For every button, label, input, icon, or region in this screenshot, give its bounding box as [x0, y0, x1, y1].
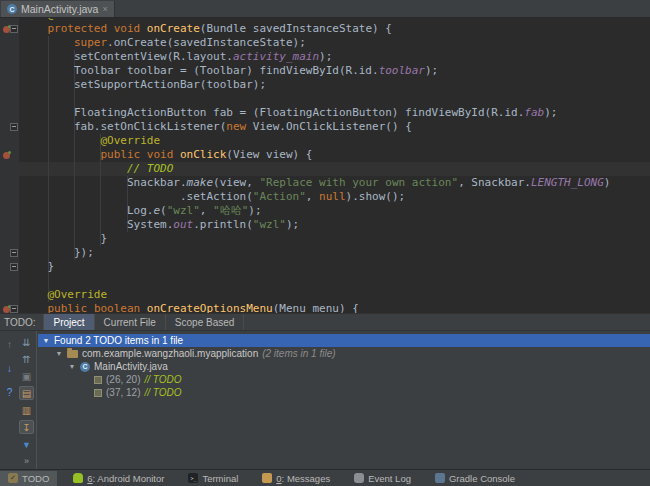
code-token: }); [21, 246, 94, 259]
statusbar-todo-toggle[interactable]: ✓ TODO [0, 471, 57, 486]
previous-todo-button[interactable]: ↑ [2, 337, 17, 351]
statusbar-terminal[interactable]: >_ Terminal [180, 471, 246, 486]
code-line[interactable]: Snackbar.make(view, "Replace with your o… [0, 176, 650, 190]
code-line[interactable] [0, 92, 650, 106]
override-marker-icon[interactable] [3, 306, 10, 313]
statusbar-android-monitor[interactable]: 6: Android Monitor [65, 471, 172, 486]
preview-source-button[interactable]: ▣ [19, 369, 34, 383]
tab-project[interactable]: Project [43, 314, 93, 330]
code-line[interactable]: } [0, 232, 650, 246]
code-line[interactable]: }); [0, 246, 650, 260]
more-options-button[interactable]: » [19, 454, 34, 468]
code-token: toolbar [379, 64, 425, 77]
code-token [140, 148, 147, 161]
code-line[interactable]: Log.e("wzl", "哈哈"); [0, 204, 650, 218]
code-token: ); [319, 50, 332, 63]
code-line[interactable]: @Override [0, 288, 650, 302]
fold-marker-icon[interactable] [10, 25, 18, 33]
code-line[interactable]: System.out.println("wzl"); [0, 218, 650, 232]
code-line[interactable]: } [0, 260, 650, 274]
code-token: (view, [213, 176, 259, 189]
code-line[interactable] [0, 274, 650, 288]
code-token: (Menu menu) { [273, 302, 359, 313]
tab-scope-based[interactable]: Scope Based [165, 314, 245, 330]
code-token: onCreateOptionsMenu [147, 302, 273, 313]
code-token: boolean [94, 302, 140, 313]
fold-marker-icon[interactable] [10, 263, 18, 271]
code-token: "Replace with your own action" [259, 176, 458, 189]
code-line[interactable]: @Override [0, 134, 650, 148]
todo-tree: ▼ Found 2 TODO items in 1 file ▼ com.exa… [38, 331, 650, 472]
fold-marker-icon[interactable] [10, 123, 18, 131]
code-token: (Bundle savedInstanceState) { [200, 22, 392, 35]
status-bar: ✓ TODO 6: Android Monitor >_ Terminal 0:… [0, 469, 650, 486]
code-token: } [21, 232, 107, 245]
code-line[interactable]: protected void onCreate(Bundle savedInst… [0, 22, 650, 36]
chevron-down-icon[interactable]: ▼ [42, 337, 50, 344]
collapse-all-button[interactable]: ⇈ [19, 352, 34, 366]
code-line[interactable]: public boolean onCreateOptionsMenu(Menu … [0, 302, 650, 313]
code-token [21, 134, 100, 147]
statusbar-item-label: Gradle Console [449, 473, 515, 484]
flatten-packages-button[interactable]: ▥ [19, 403, 34, 417]
todo-item-icon [94, 389, 102, 397]
code-token [21, 162, 127, 175]
code-line[interactable]: FloatingActionButton fab = (FloatingActi… [0, 106, 650, 120]
statusbar-messages[interactable]: 0: Messages [254, 471, 338, 486]
code-token [21, 148, 100, 161]
code-token: View.OnClickListener() { [246, 120, 412, 133]
fold-marker-icon[interactable] [10, 249, 18, 257]
code-line[interactable]: fab.setOnClickListener(new View.OnClickL… [0, 120, 650, 134]
tree-row-package[interactable]: ▼ com.example.wangzhaoli.myapplication (… [38, 347, 650, 360]
code-line[interactable]: public void onClick(View view) { [0, 148, 650, 162]
code-token: @Override [48, 288, 108, 301]
statusbar-gradle-console[interactable]: Gradle Console [427, 471, 523, 486]
code-token: out [173, 218, 193, 231]
code-line-caret[interactable]: // TODO [0, 162, 650, 176]
code-line[interactable]: setContentView(R.layout.activity_main); [0, 50, 650, 64]
code-token: super [74, 36, 107, 49]
chevron-down-icon[interactable]: ▼ [68, 363, 76, 370]
tree-row-todo-item[interactable]: (26, 20) // TODO [38, 373, 650, 386]
fold-marker-icon[interactable] [10, 305, 18, 313]
filter-todo-button[interactable]: ▼ [19, 438, 34, 452]
code-token: , Snackbar. [458, 176, 531, 189]
tree-row-file[interactable]: ▼ C MainActivity.java [38, 360, 650, 373]
editor-tab-mainactivity[interactable]: C MainActivity.java × [1, 1, 115, 17]
code-line[interactable]: setSupportActionBar(toolbar); [0, 78, 650, 92]
code-area[interactable]: @Override protected void onCreate(Bundle… [0, 18, 650, 313]
class-icon: C [7, 4, 17, 14]
code-token: make [187, 176, 214, 189]
override-marker-icon[interactable] [3, 26, 10, 33]
tree-row-found-summary[interactable]: ▼ Found 2 TODO items in 1 file [38, 334, 650, 347]
code-token: } [21, 260, 54, 273]
messages-icon [262, 473, 272, 483]
group-by-modules-button[interactable]: ▤ [19, 386, 34, 400]
code-token: activity_main [233, 50, 319, 63]
code-line[interactable]: super.onCreate(savedInstanceState); [0, 36, 650, 50]
code-token: "Action" [253, 190, 306, 203]
code-token: ) [604, 176, 611, 189]
code-token: .setAction( [21, 190, 253, 203]
tree-row-todo-item[interactable]: (37, 12) // TODO [38, 386, 650, 399]
code-editor[interactable]: @Override protected void onCreate(Bundle… [0, 18, 650, 313]
todo-panel-header: TODO: Project Current File Scope Based [0, 313, 650, 331]
code-token: @Override [100, 134, 160, 147]
code-token: ); [544, 106, 557, 119]
ide-window: C MainActivity.java × @Override protecte… [0, 0, 650, 486]
autoscroll-to-source-button[interactable]: ↧ [19, 420, 34, 434]
todo-item-comment: // TODO [144, 387, 181, 398]
expand-all-button[interactable]: ⇊ [19, 335, 34, 349]
statusbar-event-log[interactable]: Event Log [346, 471, 419, 486]
help-button[interactable]: ? [2, 385, 17, 399]
code-token: protected [48, 22, 108, 35]
close-icon[interactable]: × [102, 5, 107, 14]
code-token: ); [425, 64, 438, 77]
code-line[interactable]: Toolbar toolbar = (Toolbar) findViewById… [0, 64, 650, 78]
next-todo-button[interactable]: ↓ [2, 361, 17, 375]
tree-row-count: (2 items in 1 file) [262, 348, 335, 359]
code-line[interactable]: .setAction("Action", null).show(); [0, 190, 650, 204]
chevron-down-icon[interactable]: ▼ [55, 350, 63, 357]
override-marker-icon[interactable] [3, 152, 10, 159]
tab-current-file[interactable]: Current File [94, 314, 165, 330]
